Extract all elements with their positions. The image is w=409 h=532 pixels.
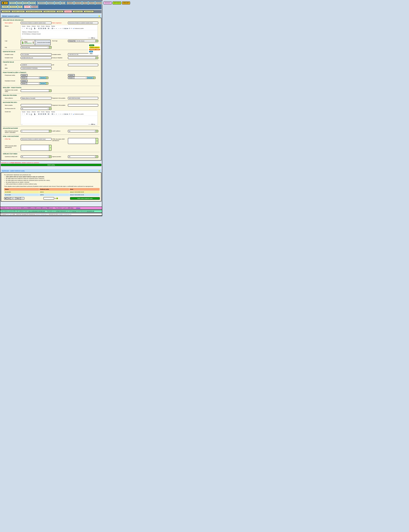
editor-menu-nastroje[interactable]: Nástroje <box>46 26 50 27</box>
nav-button-zamestnanci[interactable]: Zaměstnanci <box>37 2 46 4</box>
choose-file-button[interactable]: Choose File <box>68 40 76 42</box>
intro-editor-content[interactable] <box>21 116 98 123</box>
nav-button-sprava-active[interactable]: Správa <box>24 6 30 8</box>
link-icon[interactable]: ∞ <box>60 28 61 29</box>
bullet-list-icon[interactable] <box>48 114 49 114</box>
nav-button-finance[interactable]: Finance <box>89 2 95 4</box>
nav-button-helpdesk[interactable]: Helpdesk <box>31 6 38 8</box>
align-right-icon[interactable] <box>43 28 44 29</box>
month-select[interactable]: 0∨ <box>20 197 24 200</box>
undo-icon[interactable]: ↶ <box>22 114 23 115</box>
save-settings-button[interactable]: Uložit změny <box>1 164 101 166</box>
editor-menu-soubor[interactable]: Soubor <box>22 26 26 27</box>
eu-funded-select[interactable]: Ne ∨ <box>21 107 49 110</box>
odhlasit-button[interactable]: ODHLÁSIT <box>122 1 130 4</box>
nav-button-ubytovani[interactable]: Ubytování <box>74 2 82 4</box>
tab-nastaveni-active[interactable]: Nastavení <box>64 10 72 13</box>
dic-input[interactable] <box>68 64 98 66</box>
code-icon[interactable]: <> <box>71 28 72 29</box>
filesystem-button[interactable]: ◈ Souborový systém <box>73 113 84 115</box>
enable-poradna-help-button[interactable]: ? <box>96 155 98 158</box>
save-confirm-duration-help-button[interactable]: ? <box>49 130 52 132</box>
editor-menu-upravy[interactable]: Úpravy <box>27 26 30 27</box>
contact-person-input[interactable] <box>21 53 52 56</box>
lock-public-web-select[interactable]: Ne ∨ <box>21 155 49 158</box>
tab-import-pepa[interactable]: Import IS PePa <box>84 10 94 13</box>
align-justify-icon[interactable] <box>45 114 46 114</box>
editor-menu-tabulka[interactable]: Tabulka <box>51 111 55 113</box>
enable-poradna-select[interactable]: Ne ∨ <box>68 155 96 158</box>
nav-button-klienti[interactable]: Klienti <box>17 2 22 4</box>
horizontal-rule-icon[interactable]: — <box>58 114 60 115</box>
filesystem-button[interactable]: ◈ Souborový systém <box>73 28 84 29</box>
link-icon[interactable]: ∞ <box>60 114 61 115</box>
nav-button-kancelar[interactable]: Kancelář <box>95 2 102 4</box>
editor-menu-vlozit[interactable]: Vložit <box>37 111 40 113</box>
demo-switch-link[interactable]: přechod <box>72 210 76 212</box>
tab-sablony[interactable]: Šablony dokumentů <box>43 10 56 13</box>
align-center-icon[interactable] <box>40 114 42 114</box>
editor-menu-tabulka[interactable]: Tabulka <box>51 26 55 27</box>
text-color-icon[interactable]: A <box>31 113 32 115</box>
feature-info-link[interactable]: více o možnostech skrývání zde <box>28 210 45 212</box>
html-keywords-help-button[interactable]: ? <box>49 145 52 151</box>
html-title-input[interactable] <box>21 138 52 141</box>
demo-continue-link[interactable]: pokračujte zde <box>87 210 94 212</box>
sonic-link[interactable]: Sonic.cgi <box>6 214 11 215</box>
app-name-input[interactable] <box>21 22 52 24</box>
navigace-button[interactable]: NAVIGACE <box>103 1 112 4</box>
tab-uzivatele[interactable]: Uživatelé a oprávnění <box>11 10 25 13</box>
nav-button-rodiny[interactable]: Rodiny <box>23 2 29 4</box>
nav-button-nastenka[interactable]: Nástěnka <box>9 2 16 4</box>
media-icon[interactable]: ▶ <box>67 114 68 115</box>
optional-list-button[interactable]: Seznam <box>40 83 46 84</box>
highlight-color-dropdown-icon[interactable]: ∨ <box>36 28 37 29</box>
html-description-help-button[interactable]: ? <box>96 138 98 144</box>
align-left-icon[interactable] <box>38 114 40 114</box>
eu-funded-help-button[interactable]: ? <box>49 107 52 110</box>
align-left-icon[interactable] <box>38 28 40 29</box>
nav-button-akce[interactable]: Akce <box>61 2 65 4</box>
nav-button-strava[interactable]: Strava <box>82 2 88 4</box>
rate-help-icon[interactable]: ? <box>56 198 58 199</box>
bold-icon[interactable]: B <box>27 114 27 115</box>
jump-basic-settings-button[interactable]: Základní nastavení <box>89 47 100 48</box>
org-name-input[interactable] <box>68 22 98 24</box>
underline-icon[interactable]: U <box>29 28 30 29</box>
indent-icon[interactable]: ⇥ <box>55 28 57 29</box>
rate-amount-input[interactable] <box>44 197 54 200</box>
debug-mode-help-button[interactable]: ? <box>96 130 98 132</box>
code-icon[interactable]: <> <box>71 114 72 115</box>
editor-menu-format[interactable]: Formát <box>41 111 45 113</box>
highlight-color-dropdown-icon[interactable]: ∨ <box>36 114 37 114</box>
tab-strediska[interactable]: Střediska <box>56 10 64 13</box>
text-color-dropdown-icon[interactable]: ∨ <box>33 28 34 29</box>
optional-help-button[interactable]: ? <box>46 83 48 84</box>
opz-project-reg-input[interactable] <box>68 104 98 106</box>
editor-resize-handle[interactable]: ⋰ <box>96 37 97 38</box>
align-right-icon[interactable] <box>43 114 44 114</box>
editor-menu-zobrazit[interactable]: Zobrazit <box>32 26 36 27</box>
jump-top-button[interactable]: Nahoru <box>89 45 94 46</box>
image-icon[interactable]: ▣ <box>65 28 66 29</box>
services-search-select[interactable]: ∨ <box>27 77 40 79</box>
editor-menu-soubor[interactable]: Soubor <box>22 111 26 113</box>
bullet-list-dropdown-icon[interactable]: ∨ <box>50 28 51 29</box>
social-service-reg-help-button[interactable]: ? <box>49 89 52 92</box>
editor-resize-handle[interactable]: ⋰ <box>96 124 97 125</box>
indent-icon[interactable]: ⇥ <box>55 114 57 115</box>
bullet-list-dropdown-icon[interactable]: ∨ <box>50 114 51 114</box>
editor-menu-format[interactable]: Formát <box>41 26 45 27</box>
optional-search-select[interactable]: ∨ <box>27 83 40 84</box>
types-help-button[interactable]: ? <box>93 77 95 79</box>
highlight-color-icon[interactable] <box>34 28 35 29</box>
ico-input[interactable] <box>21 64 52 66</box>
tab-zmena-hesla[interactable]: Změna hesla <box>2 10 11 13</box>
redo-icon[interactable]: ↷ <box>24 28 25 29</box>
email-link[interactable]: petr@pro-neziskovky.cz <box>58 214 71 215</box>
redo-icon[interactable]: ↷ <box>24 114 25 115</box>
new-logo-help-button[interactable]: ? <box>96 40 98 42</box>
nav-button-web[interactable]: Web <box>18 6 23 8</box>
jump-billing-button[interactable]: Vyúčtování - zadání <box>89 49 100 50</box>
kraj-select[interactable]: Olomoucký kraj ∨ <box>21 46 49 49</box>
